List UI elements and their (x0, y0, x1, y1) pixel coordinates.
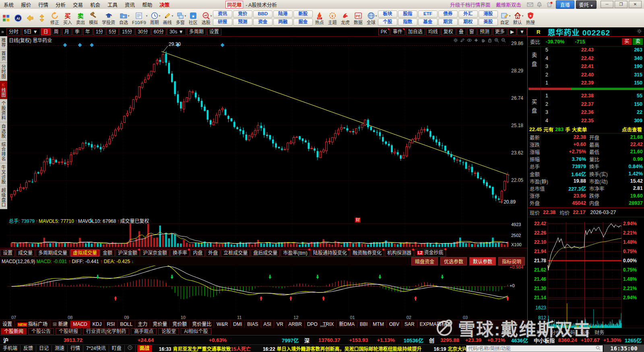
toolbar-button-ETF[interactable]: ETF (418, 10, 438, 18)
period-月[interactable]: 月 (62, 28, 72, 35)
toolbar-button-资讯[interactable]: 资讯 (213, 10, 232, 18)
vol-tab-换手率[interactable]: 换手率 (170, 249, 190, 257)
buy-button[interactable]: 买 (622, 38, 632, 45)
toolbar-button-外汇[interactable]: 外汇 (458, 10, 478, 18)
toolbar-button-资金[interactable]: 资金 (253, 19, 272, 26)
vol-tab-陆股通持股变化[interactable]: 陆股通持股变化 (311, 249, 349, 257)
menu-item-交易[interactable]: 交易 (69, 1, 87, 8)
stock-search-input[interactable] (466, 345, 603, 352)
sidebar-item-牛叉诊股[interactable]: 牛叉诊股 (0, 163, 7, 186)
index-中小板指[interactable]: 中小板指8360.24+107.67+1.30%1265亿 (530, 336, 644, 344)
member-icon[interactable] (546, 2, 553, 8)
close-button[interactable]: ✕ (629, 1, 642, 8)
toolbar-button-F10/F9[interactable]: F10/F9▼ (130, 10, 148, 27)
dropdown-icon[interactable]: ▼ (517, 28, 527, 35)
buy-row-2[interactable]: 222.37150 (528, 100, 644, 109)
period-多周期[interactable]: 多周期 (187, 28, 206, 35)
toolbar-button-画线[interactable]: 画线▼ (161, 10, 173, 27)
toolbar-button-选股[interactable]: 选股▼ (200, 10, 212, 27)
sell-row-2[interactable]: 222.40315 (528, 71, 644, 79)
news-tab-高手观点[interactable]: 高手观点 (131, 328, 157, 335)
sell-row-4[interactable]: 422.42340 (528, 54, 644, 63)
indicator-tab-设置[interactable]: 设置 (0, 321, 15, 328)
toolbar-button-板块[interactable]: 板块 (378, 10, 397, 18)
period-5日[interactable]: 5日 ▼ (22, 28, 40, 35)
vol-tab-设置[interactable]: 设置 (0, 249, 15, 257)
eye-icon[interactable] (467, 37, 472, 44)
news-tab-行业资讯|化学制药[interactable]: 行业资讯|化学制药 (83, 328, 129, 335)
toolbar-button-期货[interactable]: 期货 (438, 19, 458, 26)
chart-tool-PK[interactable]: PK (378, 28, 390, 35)
toolbar-button-grid-icon[interactable] (0, 10, 12, 27)
toolbar-button-热点[interactable]: HOT热点 (314, 10, 326, 27)
indicator-tab-KDJ[interactable]: KDJ (90, 321, 105, 328)
zoom-out-icon[interactable] (501, 37, 506, 44)
panel-tab-财务[interactable]: 财务 (594, 329, 604, 336)
panel-tab-筹码[interactable]: 筹码 (566, 329, 575, 336)
big-order-ticker[interactable]: 22.45元有 283手 大卖单点击查看 (528, 126, 644, 134)
sell-button[interactable]: 卖 (633, 38, 643, 45)
menu-item-资讯[interactable]: 资讯 (121, 1, 138, 8)
indicator-tab-SAR[interactable]: SAR (402, 321, 417, 328)
chart-tool-窗[interactable]: 窗 (467, 28, 477, 35)
monitor-clock-icon[interactable] (125, 345, 136, 352)
toolbar-button-个股[interactable]: 个股 (378, 19, 397, 26)
macd-button-优选参数[interactable]: 优选参数 (440, 257, 467, 266)
chart-tool-更多[interactable]: 更多 (493, 28, 507, 35)
toolbar-button-全球[interactable]: 全球▼ (365, 10, 377, 27)
bottom-tab-反馈[interactable]: 反馈 (21, 345, 36, 352)
sell-row-3[interactable]: 322.41190 (528, 62, 644, 71)
period-日[interactable]: 日 (41, 28, 51, 35)
period-设置[interactable]: 设置 (207, 28, 221, 35)
toolbar-button-主题[interactable]: ¥主题 (326, 10, 339, 27)
live-button[interactable]: 直播 (556, 0, 574, 9)
indicator-tab-DMI[interactable]: DMI (231, 321, 245, 328)
minimize-button[interactable]: ─ (601, 1, 613, 8)
bottom-tab-手机端[interactable]: 手机端 (0, 345, 21, 352)
period-5分[interactable]: 5分 (106, 28, 119, 35)
chart-tool-事件[interactable]: 事件 (390, 28, 405, 35)
menu-item-juece[interactable]: 决策 (156, 1, 173, 8)
macd-button-暗盘资金[interactable]: 暗盘资金 (411, 257, 438, 266)
indicator-tab-VR[interactable]: VR (274, 321, 286, 328)
indicator-tab-新建[interactable]: ⊞ 新建 (50, 321, 70, 328)
indicator-tab-MACD[interactable]: MACD (70, 321, 90, 328)
vol-tab-立桩成交量[interactable]: 立桩成交量 (221, 249, 250, 257)
bottom-tab-hot[interactable]: 面战 (137, 345, 152, 352)
menu-item-帮助[interactable]: 帮助 (138, 1, 156, 8)
vol-tab-内盘[interactable]: 内盘 (190, 249, 205, 257)
news-tab-论股堂[interactable]: 论股堂 (158, 328, 179, 335)
indicator-tab-ARBR[interactable]: ARBR (286, 321, 305, 328)
chart-tool-叠[interactable]: 叠 (456, 28, 466, 35)
news-tab-AI相似个股[interactable]: AI相似个股 (181, 328, 211, 335)
pane-splitter-handle[interactable] (320, 325, 326, 327)
vol-tab-融资融券变化[interactable]: 融资融券变化 (350, 249, 384, 257)
panel-tab-分价[interactable]: 分价 (551, 329, 561, 336)
period-15分[interactable]: 15分 (120, 28, 134, 35)
gear-icon[interactable] (453, 37, 458, 44)
event-flag-cai[interactable]: 财 (355, 218, 361, 222)
toolbar-button-买入[interactable]: 买买入 (62, 10, 74, 27)
indicator-tab-OBV[interactable]: OBV (387, 321, 402, 328)
sidebar-item-综合排名[interactable]: 综合排名 (0, 140, 7, 163)
order-button[interactable]: 委托 ▼ (576, 0, 597, 9)
panel-tab-指标[interactable]: 指标 (580, 329, 590, 336)
vol-tab-机构探测器[interactable]: 机构探测器 (385, 249, 414, 257)
hand-icon[interactable] (481, 37, 485, 44)
menu-item-行情[interactable]: 行情 (35, 1, 52, 8)
bottom-tab-测速[interactable]: 测速 (52, 345, 68, 352)
indicator-tab-W&R[interactable]: W&R (214, 321, 231, 328)
buy-row-4[interactable]: 422.35309 (528, 117, 644, 125)
indicator-tab-竞价量[interactable]: 竞价量 (150, 321, 170, 328)
indicator-tab-DPO[interactable]: DPO (305, 321, 320, 328)
index-沪[interactable]: 沪3913.72+24.64+0.63%7997亿 (0, 336, 301, 344)
vol-tab-市盈率(ttm)[interactable]: 市盈率(ttm) (281, 249, 310, 257)
news-tab-个股研报[interactable]: 个股研报 (56, 328, 81, 335)
period-年[interactable]: 年 (83, 28, 93, 35)
plus-icon[interactable] (474, 37, 479, 44)
chart-tool-加自选[interactable]: 加自选 (406, 28, 425, 35)
toolbar-button-BBD[interactable]: BBD (253, 10, 272, 18)
toolbar-button-掘金[interactable]: 掘金 (293, 19, 313, 26)
indicator-tab-竞价量比[interactable]: 竞价量比 (190, 321, 214, 328)
buy-row-3[interactable]: 322.3622 (528, 108, 644, 117)
